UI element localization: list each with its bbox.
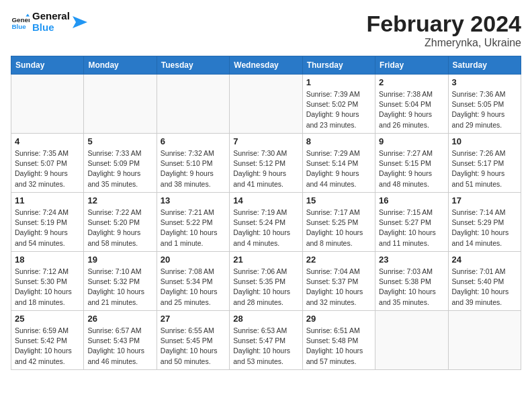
logo-blue: Blue [32,22,70,34]
calendar-cell: 8Sunrise: 7:29 AM Sunset: 5:14 PM Daylig… [302,134,375,193]
calendar-cell: 6Sunrise: 7:32 AM Sunset: 5:10 PM Daylig… [157,134,229,193]
day-number: 9 [379,136,444,146]
day-info: Sunrise: 7:19 AM Sunset: 5:24 PM Dayligh… [233,208,298,248]
day-number: 16 [379,195,444,205]
day-info: Sunrise: 7:21 AM Sunset: 5:22 PM Dayligh… [161,208,226,248]
page-header: General Blue General Blue February 2024 … [11,11,521,49]
day-info: Sunrise: 7:32 AM Sunset: 5:10 PM Dayligh… [161,148,226,189]
day-number: 26 [87,314,152,324]
day-info: Sunrise: 6:59 AM Sunset: 5:42 PM Dayligh… [15,326,80,367]
location-subtitle: Zhmerynka, Ukraine [366,37,521,49]
day-number: 25 [15,314,80,324]
day-number: 23 [379,255,444,265]
calendar-cell: 11Sunrise: 7:24 AM Sunset: 5:19 PM Dayli… [11,193,84,252]
day-number: 1 [306,77,371,87]
day-number: 3 [452,77,517,87]
col-header-monday: Monday [84,56,157,75]
calendar-cell: 9Sunrise: 7:27 AM Sunset: 5:15 PM Daylig… [375,134,448,193]
calendar-table: SundayMondayTuesdayWednesdayThursdayFrid… [11,56,521,370]
day-number: 17 [452,195,517,205]
day-info: Sunrise: 7:39 AM Sunset: 5:02 PM Dayligh… [306,89,371,130]
calendar-cell: 27Sunrise: 6:55 AM Sunset: 5:45 PM Dayli… [157,311,229,370]
day-info: Sunrise: 7:01 AM Sunset: 5:40 PM Dayligh… [452,267,517,308]
day-info: Sunrise: 7:30 AM Sunset: 5:12 PM Dayligh… [233,148,298,189]
day-number: 4 [15,136,80,146]
day-info: Sunrise: 7:12 AM Sunset: 5:30 PM Dayligh… [15,267,80,308]
svg-text:Blue: Blue [11,22,26,30]
calendar-cell: 12Sunrise: 7:22 AM Sunset: 5:20 PM Dayli… [84,193,157,252]
calendar-cell: 5Sunrise: 7:33 AM Sunset: 5:09 PM Daylig… [84,134,157,193]
title-block: February 2024 Zhmerynka, Ukraine [366,11,521,49]
calendar-week-row: 1Sunrise: 7:39 AM Sunset: 5:02 PM Daylig… [11,75,521,134]
day-number: 11 [15,195,80,205]
day-info: Sunrise: 7:26 AM Sunset: 5:17 PM Dayligh… [452,148,517,189]
calendar-cell [230,75,302,134]
day-number: 15 [306,195,371,205]
logo-icon: General Blue [11,13,30,32]
day-info: Sunrise: 7:33 AM Sunset: 5:09 PM Dayligh… [87,148,152,189]
day-info: Sunrise: 6:57 AM Sunset: 5:43 PM Dayligh… [87,326,152,367]
day-number: 2 [379,77,444,87]
day-info: Sunrise: 7:24 AM Sunset: 5:19 PM Dayligh… [15,208,80,248]
calendar-cell: 13Sunrise: 7:21 AM Sunset: 5:22 PM Dayli… [157,193,229,252]
calendar-week-row: 18Sunrise: 7:12 AM Sunset: 5:30 PM Dayli… [11,252,521,311]
col-header-thursday: Thursday [302,56,375,75]
day-info: Sunrise: 7:35 AM Sunset: 5:07 PM Dayligh… [15,148,80,189]
col-header-saturday: Saturday [448,56,521,75]
day-info: Sunrise: 6:53 AM Sunset: 5:47 PM Dayligh… [233,326,298,367]
day-number: 14 [233,195,298,205]
col-header-tuesday: Tuesday [157,56,229,75]
calendar-cell: 7Sunrise: 7:30 AM Sunset: 5:12 PM Daylig… [230,134,302,193]
day-number: 29 [306,314,371,324]
calendar-week-row: 4Sunrise: 7:35 AM Sunset: 5:07 PM Daylig… [11,134,521,193]
day-number: 22 [306,255,371,265]
day-info: Sunrise: 7:08 AM Sunset: 5:34 PM Dayligh… [161,267,226,308]
day-info: Sunrise: 7:22 AM Sunset: 5:20 PM Dayligh… [87,208,152,248]
col-header-sunday: Sunday [11,56,84,75]
calendar-cell: 26Sunrise: 6:57 AM Sunset: 5:43 PM Dayli… [84,311,157,370]
calendar-cell: 21Sunrise: 7:06 AM Sunset: 5:35 PM Dayli… [230,252,302,311]
calendar-week-row: 25Sunrise: 6:59 AM Sunset: 5:42 PM Dayli… [11,311,521,370]
day-info: Sunrise: 7:36 AM Sunset: 5:05 PM Dayligh… [452,89,517,130]
day-info: Sunrise: 7:17 AM Sunset: 5:25 PM Dayligh… [306,208,371,248]
calendar-cell: 3Sunrise: 7:36 AM Sunset: 5:05 PM Daylig… [448,75,521,134]
day-info: Sunrise: 6:55 AM Sunset: 5:45 PM Dayligh… [161,326,226,367]
day-info: Sunrise: 7:38 AM Sunset: 5:04 PM Dayligh… [379,89,444,130]
day-info: Sunrise: 7:14 AM Sunset: 5:29 PM Dayligh… [452,208,517,248]
logo-general: General [32,10,70,21]
calendar-cell: 19Sunrise: 7:10 AM Sunset: 5:32 PM Dayli… [84,252,157,311]
day-info: Sunrise: 7:15 AM Sunset: 5:27 PM Dayligh… [379,208,444,248]
day-info: Sunrise: 7:10 AM Sunset: 5:32 PM Dayligh… [87,267,152,308]
svg-marker-2 [26,13,30,16]
day-number: 7 [233,136,298,146]
calendar-cell: 23Sunrise: 7:03 AM Sunset: 5:38 PM Dayli… [375,252,448,311]
day-info: Sunrise: 7:06 AM Sunset: 5:35 PM Dayligh… [233,267,298,308]
day-number: 28 [233,314,298,324]
calendar-cell: 25Sunrise: 6:59 AM Sunset: 5:42 PM Dayli… [11,311,84,370]
day-number: 13 [161,195,226,205]
calendar-cell: 15Sunrise: 7:17 AM Sunset: 5:25 PM Dayli… [302,193,375,252]
calendar-cell [448,311,521,370]
calendar-cell: 29Sunrise: 6:51 AM Sunset: 5:48 PM Dayli… [302,311,375,370]
col-header-friday: Friday [375,56,448,75]
calendar-cell: 1Sunrise: 7:39 AM Sunset: 5:02 PM Daylig… [302,75,375,134]
calendar-cell: 22Sunrise: 7:04 AM Sunset: 5:37 PM Dayli… [302,252,375,311]
calendar-cell: 4Sunrise: 7:35 AM Sunset: 5:07 PM Daylig… [11,134,84,193]
calendar-cell [375,311,448,370]
day-number: 27 [161,314,226,324]
day-number: 20 [161,255,226,265]
calendar-cell: 28Sunrise: 6:53 AM Sunset: 5:47 PM Dayli… [230,311,302,370]
day-info: Sunrise: 7:03 AM Sunset: 5:38 PM Dayligh… [379,267,444,308]
calendar-cell: 16Sunrise: 7:15 AM Sunset: 5:27 PM Dayli… [375,193,448,252]
calendar-cell: 17Sunrise: 7:14 AM Sunset: 5:29 PM Dayli… [448,193,521,252]
day-info: Sunrise: 6:51 AM Sunset: 5:48 PM Dayligh… [306,326,371,367]
calendar-cell [157,75,229,134]
day-number: 8 [306,136,371,146]
calendar-cell: 14Sunrise: 7:19 AM Sunset: 5:24 PM Dayli… [230,193,302,252]
calendar-cell: 24Sunrise: 7:01 AM Sunset: 5:40 PM Dayli… [448,252,521,311]
calendar-cell [84,75,157,134]
calendar-cell: 10Sunrise: 7:26 AM Sunset: 5:17 PM Dayli… [448,134,521,193]
day-info: Sunrise: 7:27 AM Sunset: 5:15 PM Dayligh… [379,148,444,189]
calendar-week-row: 11Sunrise: 7:24 AM Sunset: 5:19 PM Dayli… [11,193,521,252]
day-number: 19 [87,255,152,265]
